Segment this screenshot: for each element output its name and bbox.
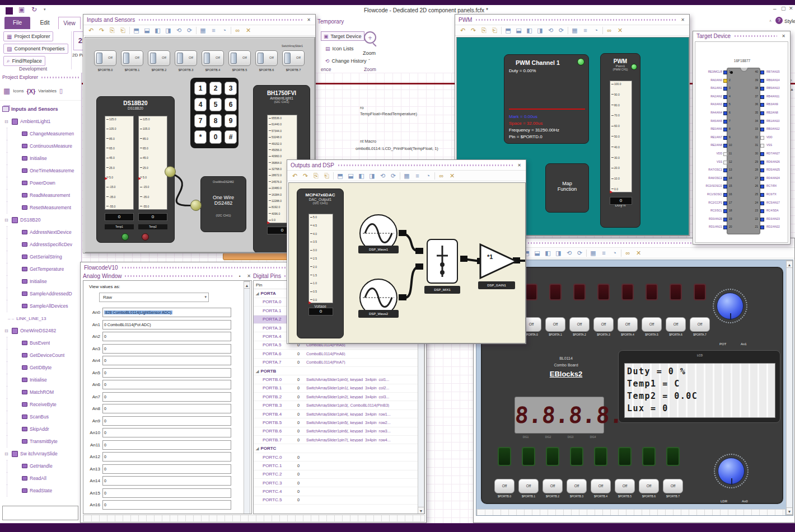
chip-pin-pad[interactable] bbox=[723, 225, 727, 229]
analog-value-input[interactable]: 0 bbox=[102, 452, 231, 462]
window-drag-texture[interactable] bbox=[338, 164, 513, 167]
chip-pin-pad[interactable] bbox=[723, 87, 727, 91]
redo-icon[interactable]: ↷ bbox=[97, 26, 106, 35]
align-icon[interactable]: ≡ bbox=[581, 26, 590, 35]
project-explorer-button[interactable]: ▦ Project Explorer bbox=[3, 31, 53, 41]
analog-value-input[interactable]: 0 bbox=[102, 500, 231, 510]
keypad-key-6[interactable]: 6 bbox=[225, 98, 237, 111]
toggle-switch[interactable]: Off bbox=[282, 50, 305, 66]
chip-pin-pad[interactable] bbox=[723, 70, 727, 74]
analog-value-input[interactable]: 0 bbox=[102, 344, 231, 354]
digital-pin-row[interactable]: PORTC.10 bbox=[254, 462, 424, 470]
tree-macro[interactable]: ReadAll bbox=[7, 472, 81, 484]
tab-view[interactable]: View bbox=[58, 17, 81, 29]
chip-pin-pad[interactable] bbox=[760, 79, 764, 83]
digital-pin-row[interactable]: PORTC.30 bbox=[254, 479, 424, 487]
group-icon[interactable]: ▦ bbox=[403, 171, 411, 180]
undo-icon[interactable]: ↶ bbox=[291, 171, 299, 180]
port-button[interactable]: Off bbox=[569, 317, 590, 332]
tree-component-ambientlight1[interactable]: ⊟AmbientLight1 bbox=[2, 115, 81, 128]
chip-pin-pad[interactable] bbox=[760, 128, 764, 131]
chip-pin-pad[interactable] bbox=[723, 111, 727, 115]
tree-component-sw itcharrayslide[interactable]: ⊟Sw itchArraySlide bbox=[2, 448, 81, 460]
tree-macro[interactable]: SampleAllDevices bbox=[7, 300, 81, 312]
keypad-key-9[interactable]: 9 bbox=[225, 114, 237, 128]
panel-extra-icon[interactable]: ▯ bbox=[59, 87, 63, 95]
ldr-knob[interactable] bbox=[714, 454, 749, 488]
tree-macro[interactable]: BusEvent bbox=[7, 337, 81, 349]
copy-icon[interactable]: ⎘ bbox=[108, 26, 116, 35]
port-button[interactable]: Off bbox=[593, 317, 614, 332]
close-icon[interactable]: ✕ bbox=[306, 17, 312, 23]
chip-pin-pad[interactable] bbox=[723, 185, 727, 189]
keypad-key-8[interactable]: 8 bbox=[209, 114, 222, 128]
chart-icon[interactable]: ◔ bbox=[220, 26, 228, 35]
port-button[interactable]: Off bbox=[642, 317, 662, 332]
chip-pin-pad[interactable] bbox=[723, 177, 727, 181]
tree-root-inputs-and-sensors[interactable]: Inputs and Sensors bbox=[2, 103, 81, 115]
variables-tab-label[interactable]: Variables bbox=[38, 88, 57, 93]
temperature-scale-1[interactable]: 125.0105.085.065.045.025.05.0-15.0-35.0-… bbox=[105, 116, 134, 210]
macros-grid-icon[interactable]: ▦ bbox=[3, 87, 10, 95]
analog-value-input[interactable]: 0 bbox=[102, 356, 231, 365]
toggle-switch[interactable]: Off bbox=[255, 50, 278, 66]
chip-pin-pad[interactable] bbox=[723, 161, 727, 164]
tab-file[interactable]: File bbox=[4, 17, 30, 29]
redo-icon[interactable]: ↷ bbox=[301, 171, 310, 180]
chip-pin-pad[interactable] bbox=[723, 152, 727, 156]
variables-icon[interactable]: {X} bbox=[26, 88, 35, 95]
dsp-mixer-block[interactable] bbox=[427, 239, 458, 284]
tree-macro[interactable]: ChangeMeasuremen bbox=[7, 128, 81, 140]
link-icon[interactable]: ∞ bbox=[437, 171, 446, 180]
analog-value-input[interactable]: 0 bbox=[102, 404, 231, 413]
tree-macro[interactable]: SkipAddr bbox=[7, 423, 81, 435]
rotate-right-icon[interactable]: ⟳ bbox=[576, 248, 584, 257]
toggle-switch[interactable]: Off bbox=[148, 50, 170, 66]
chip-pin-pad[interactable] bbox=[760, 168, 764, 172]
align-icon[interactable]: ≡ bbox=[600, 248, 608, 257]
analog-value-input[interactable]: 0 bbox=[102, 368, 231, 378]
port-button[interactable]: Off bbox=[666, 317, 686, 332]
analog-value-input[interactable]: 0 bbox=[102, 476, 231, 486]
link-icon[interactable]: ∞ bbox=[605, 26, 614, 35]
digital-pin-row[interactable]: PORTB.00SwitchArraySlider1pin0(, keypad_… bbox=[254, 375, 424, 384]
panel-drag-texture[interactable] bbox=[41, 76, 79, 79]
group-icon[interactable]: ▦ bbox=[570, 26, 579, 35]
tree-macro[interactable]: GetDeviceCount bbox=[7, 349, 81, 361]
pot-knob[interactable] bbox=[713, 289, 747, 323]
window-drag-texture[interactable] bbox=[734, 35, 777, 37]
analog-value-input[interactable]: 0 bbox=[102, 416, 231, 426]
chip-pin-pad[interactable] bbox=[760, 120, 764, 124]
back-icon[interactable]: ⬓ bbox=[533, 248, 541, 257]
tree-macro[interactable]: ReadState bbox=[7, 484, 81, 497]
close-icon[interactable]: ✕ bbox=[680, 17, 686, 23]
tree-macro[interactable]: ResetMeasurement bbox=[7, 201, 81, 214]
chart-icon[interactable]: ◔ bbox=[424, 171, 432, 180]
rotate-left-icon[interactable]: ⟲ bbox=[175, 26, 183, 35]
tree-macro[interactable]: GetTemperature bbox=[7, 263, 81, 275]
maximize-button[interactable]: ▢ bbox=[781, 6, 786, 11]
chip-pin-pad[interactable] bbox=[760, 95, 764, 99]
window-drag-texture[interactable] bbox=[475, 18, 676, 21]
chip-pin-pad[interactable] bbox=[760, 87, 764, 91]
qat-caret-icon[interactable]: ▾ bbox=[44, 7, 46, 12]
ldr-knob-cap[interactable] bbox=[718, 458, 745, 484]
toggle-switch[interactable]: Off bbox=[121, 50, 143, 66]
chip-pin-pad[interactable] bbox=[723, 103, 727, 107]
port-button[interactable]: Off bbox=[518, 479, 539, 493]
mirror-h-icon[interactable]: ◧ bbox=[544, 248, 552, 257]
mirror-v-icon[interactable]: ◨ bbox=[536, 26, 544, 35]
port-button[interactable]: Off bbox=[690, 317, 710, 332]
analog-value-input[interactable]: 0 bbox=[102, 464, 231, 474]
chip-pin-pad[interactable] bbox=[723, 218, 727, 222]
tree-macro[interactable]: Initialise bbox=[7, 374, 81, 386]
digital-pin-row[interactable]: PORTB.30SwitchArraySlider1pin3(, ComboBL… bbox=[254, 401, 424, 409]
keypad-key-4[interactable]: 4 bbox=[194, 98, 207, 111]
tree-link-line[interactable]: ‒ ‒LINK_LINE_13 bbox=[2, 312, 81, 324]
toggle-change-history[interactable]: ⟲ Change History bbox=[323, 56, 369, 65]
scroll-down-icon[interactable]: ▼ bbox=[786, 507, 793, 515]
toggle-switch[interactable]: Off bbox=[94, 50, 116, 66]
digital-pin-row[interactable]: PORTC.00 bbox=[254, 453, 424, 462]
pot-knob-cap[interactable] bbox=[717, 293, 743, 319]
digital-group-row[interactable]: ◢PORTC bbox=[254, 444, 424, 453]
